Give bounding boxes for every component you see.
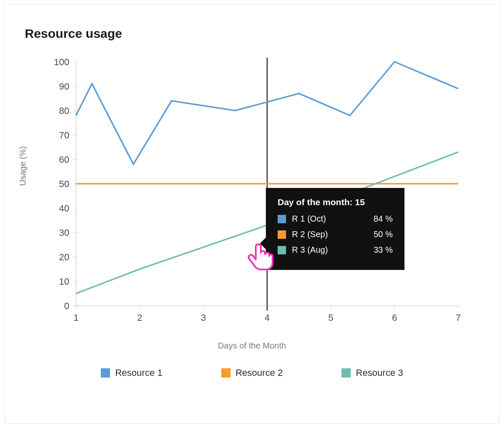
legend-label: Resource 3 — [356, 367, 403, 378]
svg-text:30: 30 — [59, 227, 69, 238]
legend-item-resource-2[interactable]: Resource 2 — [221, 367, 283, 378]
legend-label: Resource 1 — [115, 367, 163, 378]
swatch-icon — [278, 246, 286, 254]
tooltip-value: 33 % — [373, 245, 393, 255]
svg-text:70: 70 — [59, 130, 69, 140]
chart-area[interactable]: Usage (%) 0102030405060708090100 1234567… — [21, 53, 483, 351]
tooltip-arrow-icon — [260, 238, 266, 249]
svg-text:5: 5 — [328, 312, 333, 323]
y-axis-label: Usage (%) — [18, 146, 28, 186]
chart-card: Resource usage Usage (%) 010203040506070… — [4, 4, 500, 424]
svg-text:7: 7 — [456, 312, 461, 323]
chart-title: Resource usage — [25, 26, 483, 41]
legend: Resource 1 Resource 2 Resource 3 — [21, 367, 483, 378]
tooltip-value: 84 % — [373, 214, 393, 224]
swatch-icon — [278, 230, 286, 239]
svg-text:10: 10 — [59, 276, 69, 287]
swatch-icon — [278, 215, 286, 223]
swatch-icon — [101, 368, 110, 378]
tooltip-label: R 3 (Aug) — [292, 245, 361, 255]
svg-text:20: 20 — [59, 252, 69, 262]
tooltip-label: R 2 (Sep) — [292, 230, 361, 239]
legend-item-resource-1[interactable]: Resource 1 — [101, 367, 163, 378]
svg-text:1: 1 — [74, 312, 79, 323]
tooltip-row: R 1 (Oct) 84 % — [278, 214, 393, 224]
chart-tooltip: Day of the month: 15 R 1 (Oct) 84 % R 2 … — [266, 188, 404, 270]
y-tick-group: 0102030405060708090100 — [54, 57, 76, 311]
legend-item-resource-3[interactable]: Resource 3 — [341, 367, 403, 378]
tooltip-value: 50 % — [373, 230, 393, 239]
svg-text:6: 6 — [392, 312, 397, 323]
svg-text:2: 2 — [137, 312, 142, 323]
svg-text:60: 60 — [59, 154, 69, 165]
svg-text:0: 0 — [64, 301, 69, 311]
svg-text:80: 80 — [59, 106, 69, 116]
tooltip-row: R 2 (Sep) 50 % — [278, 230, 393, 239]
svg-text:50: 50 — [59, 179, 69, 189]
legend-label: Resource 2 — [236, 367, 283, 378]
chart-svg[interactable]: 0102030405060708090100 1234567 — [30, 53, 475, 331]
svg-text:4: 4 — [265, 312, 270, 323]
svg-text:3: 3 — [201, 312, 206, 323]
swatch-icon — [341, 368, 351, 378]
tooltip-label: R 1 (Oct) — [292, 214, 361, 224]
tooltip-header: Day of the month: 15 — [278, 197, 393, 207]
svg-text:100: 100 — [54, 57, 69, 67]
tooltip-row: R 3 (Aug) 33 % — [278, 245, 393, 255]
svg-text:90: 90 — [59, 81, 69, 92]
swatch-icon — [221, 368, 231, 378]
x-axis-label: Days of the Month — [21, 341, 483, 351]
svg-text:40: 40 — [59, 203, 69, 214]
